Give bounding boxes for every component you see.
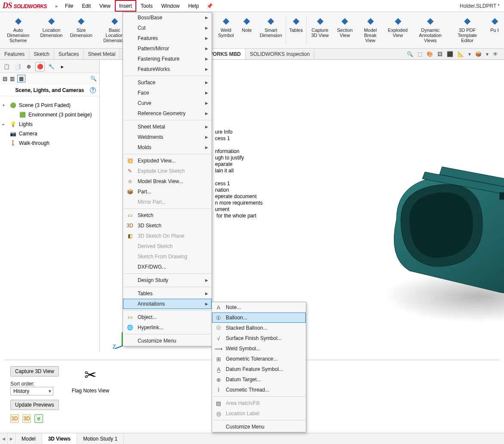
- view-tool-icon[interactable]: ▾: [468, 51, 471, 57]
- update-previews-button[interactable]: Update Previews: [10, 400, 59, 410]
- panel-icon[interactable]: 📋: [2, 62, 11, 71]
- ribbon-button[interactable]: ◆Size Dimension: [67, 12, 96, 48]
- submenu-item[interactable]: ⊕Datum Target...: [212, 374, 306, 385]
- feature-tab[interactable]: Sheet Metal: [83, 49, 120, 59]
- ribbon-button[interactable]: ◆Pu t: [485, 12, 504, 48]
- menu-item[interactable]: Design Study▶: [123, 275, 212, 285]
- view-tool-icon[interactable]: ⬚: [418, 51, 422, 57]
- panel-icon[interactable]: ▥: [10, 76, 15, 82]
- menu-item[interactable]: Surface▶: [123, 77, 212, 88]
- menu-item[interactable]: Customize Menu: [123, 336, 212, 346]
- ribbon-button[interactable]: ◆Tables: [286, 12, 306, 48]
- tree-row[interactable]: 📷Camera: [3, 129, 97, 138]
- view-tool-icon[interactable]: ⬛: [447, 51, 453, 57]
- menu-item[interactable]: 💥Exploded View...: [123, 156, 212, 166]
- menu-item[interactable]: Face▶: [123, 88, 212, 98]
- panel-icon[interactable]: 📑: [13, 62, 22, 71]
- bottom-tab[interactable]: Motion Study 1: [77, 433, 124, 444]
- submenu-item[interactable]: √Surface Finish Symbol...: [212, 333, 306, 343]
- bottom-tab[interactable]: 3D Views: [42, 433, 77, 444]
- menu-file[interactable]: File: [61, 0, 77, 12]
- menu-item[interactable]: Tables▶: [123, 288, 212, 299]
- ribbon-button[interactable]: ◆Smart Dimension: [256, 12, 286, 48]
- submenu-item[interactable]: ANote...: [212, 302, 306, 312]
- submenu-item[interactable]: ⊞Geometric Tolerance...: [212, 354, 306, 364]
- panel-icon[interactable]: 🔧: [46, 62, 56, 71]
- tree-row[interactable]: 🟩Environment (3 point beige): [3, 110, 97, 119]
- menu-chevron-icon[interactable]: ▸: [53, 3, 61, 9]
- submenu-item[interactable]: Customize Menu: [212, 422, 306, 432]
- menu-item[interactable]: 3D3D Sketch: [123, 220, 212, 231]
- search-icon[interactable]: 🔍: [90, 76, 97, 82]
- menu-insert[interactable]: Insert: [115, 0, 136, 12]
- export-icon[interactable]: e: [34, 414, 43, 423]
- scroll-left-icon[interactable]: ◄: [0, 433, 8, 444]
- feature-tab[interactable]: SOLIDWORKS Inspection: [246, 49, 314, 59]
- menu-item[interactable]: 🌐Hyperlink...: [123, 322, 212, 333]
- menu-window[interactable]: Window: [157, 0, 184, 12]
- menu-item[interactable]: Fastening Feature▶: [123, 54, 212, 64]
- ribbon-button[interactable]: ◆Weld Symbol: [215, 12, 237, 48]
- menu-item[interactable]: Features▶: [123, 33, 212, 43]
- menu-edit[interactable]: Edit: [77, 0, 95, 12]
- menu-item[interactable]: Weldments▶: [123, 132, 212, 142]
- submenu-item[interactable]: ⌇Cosmetic Thread...: [212, 385, 306, 395]
- menu-item[interactable]: ▭Sketch: [123, 210, 212, 220]
- menu-item[interactable]: ⎋Model Break View...: [123, 176, 212, 187]
- feature-tab[interactable]: Features: [0, 49, 29, 59]
- menu-item[interactable]: Cut▶: [123, 23, 212, 33]
- ribbon-button[interactable]: ◆Auto Dimension Scheme: [0, 12, 36, 48]
- ribbon-button[interactable]: ◆Section View: [334, 12, 356, 48]
- panel-icon[interactable]: 🔴: [35, 62, 45, 71]
- pin-icon[interactable]: 📌: [203, 3, 216, 9]
- view-tool-icon[interactable]: 📦: [475, 51, 482, 57]
- tree-row[interactable]: ▾🟢Scene (3 Point Faded): [3, 101, 97, 110]
- menu-item[interactable]: 📦Part...: [123, 187, 212, 197]
- view-tool-icon[interactable]: 🎨: [427, 51, 433, 57]
- ribbon-button[interactable]: ◆Note: [237, 12, 256, 48]
- panel-icon[interactable]: ▦: [17, 75, 25, 83]
- ribbon-button[interactable]: ◆Dynamic Annotation Views: [411, 12, 449, 48]
- menu-item[interactable]: DXF/DWG...: [123, 262, 212, 272]
- menu-help[interactable]: Help: [184, 0, 203, 12]
- feature-tab[interactable]: Surfaces: [54, 49, 83, 59]
- capture-3d-view-button[interactable]: Capture 3D View: [10, 366, 59, 377]
- export-icon[interactable]: 3D: [22, 414, 31, 423]
- submenu-item[interactable]: ①Balloon...: [212, 312, 306, 323]
- view-tool-icon[interactable]: 📐: [458, 51, 464, 57]
- submenu-item[interactable]: ⟿Weld Symbol...: [212, 343, 306, 354]
- menu-item[interactable]: Annotations▶: [123, 299, 212, 309]
- view-tool-icon[interactable]: 🖼: [437, 51, 443, 57]
- tree-row[interactable]: ▸💡Lights: [3, 119, 97, 129]
- menu-view[interactable]: View: [95, 0, 115, 12]
- menu-tools[interactable]: Tools: [136, 0, 157, 12]
- submenu-item[interactable]: A̲Datum Feature Symbol...: [212, 364, 306, 374]
- view-tool-icon[interactable]: 🔍: [407, 51, 413, 57]
- submenu-item[interactable]: ⦾Stacked Balloon...: [212, 323, 306, 333]
- menu-item[interactable]: Sheet Metal▶: [123, 122, 212, 132]
- ribbon-button[interactable]: ◆Model Break View: [356, 12, 384, 48]
- menu-item[interactable]: Molds▶: [123, 142, 212, 153]
- bottom-tab[interactable]: Model: [15, 433, 42, 444]
- ribbon-button[interactable]: ◆3D PDF Template Editor: [449, 12, 485, 48]
- menu-item[interactable]: Curve▶: [123, 98, 212, 108]
- chevron-right-icon[interactable]: ▸: [58, 62, 67, 71]
- ribbon-button[interactable]: ◆Location Dimension: [36, 12, 66, 48]
- help-icon[interactable]: ?: [90, 87, 96, 93]
- menu-item[interactable]: Reference Geometry▶: [123, 108, 212, 119]
- menu-item[interactable]: FeatureWorks▶: [123, 64, 212, 74]
- tree-row[interactable]: 🚶Walk-through: [3, 138, 97, 148]
- feature-tab[interactable]: Sketch: [29, 49, 54, 59]
- panel-icon[interactable]: ⊕: [24, 62, 34, 71]
- menu-item[interactable]: Pattern/Mirror▶: [123, 43, 212, 54]
- ribbon-button[interactable]: ◆Capture 3D View: [307, 12, 334, 48]
- scroll-right-icon[interactable]: ►: [8, 433, 15, 444]
- view-tool-icon[interactable]: ▾: [486, 51, 489, 57]
- panel-icon[interactable]: ▤: [3, 76, 7, 82]
- menu-item[interactable]: Boss/Base▶: [123, 12, 212, 23]
- view-tool-icon[interactable]: 👁: [493, 51, 498, 57]
- sort-order-select[interactable]: History: [10, 387, 53, 395]
- menu-item[interactable]: ▭Object...: [123, 312, 212, 322]
- export-icon[interactable]: 3D: [10, 414, 19, 423]
- ribbon-button[interactable]: ◆Exploded View: [384, 12, 411, 48]
